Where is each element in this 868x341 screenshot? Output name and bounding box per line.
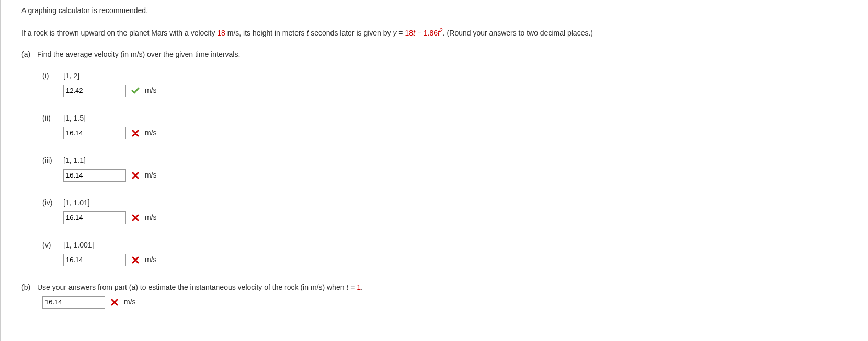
incorrect-icon [131,256,140,264]
subpart: (ii)[1, 1.5]m/s [42,113,847,139]
velocity-unit-text: m/s, its height in meters [225,29,307,37]
subpart-interval: [1, 1.5] [63,113,86,124]
subpart-interval: [1, 1.1] [63,155,86,166]
subpart-label: (iv) [42,197,63,208]
subpart-interval: [1, 1.001] [63,240,94,251]
part-b-unit: m/s [124,297,136,308]
answer-row: m/s [63,211,847,224]
answer-row: m/s [63,85,847,97]
answer-input[interactable] [63,254,126,266]
subpart-label: (v) [42,240,63,251]
after-t-text: seconds later is given by [309,29,393,37]
part-b-equals: = [348,283,357,291]
subpart-interval: [1, 2] [63,70,79,81]
problem-suffix: . (Round your answers to two decimal pla… [443,29,593,37]
term2-coef: 1.86 [424,29,438,37]
part-b-suffix: . [361,283,363,291]
problem-statement: If a rock is thrown upward on the planet… [21,27,847,39]
incorrect-icon [131,129,140,137]
subpart: (iii)[1, 1.1]m/s [42,155,847,182]
subpart-interval: [1, 1.01] [63,197,90,208]
part-b: (b) Use your answers from part (a) to es… [21,282,847,293]
answer-input[interactable] [63,85,126,97]
part-b-prefix: Use your answers from part (a) to estima… [37,283,346,291]
answer-input[interactable] [63,169,126,182]
subpart-label: (i) [42,70,63,81]
part-a: (a) Find the average velocity (in m/s) o… [21,49,847,60]
answer-row: m/s [63,127,847,139]
equals-text: = [396,29,405,37]
answer-input[interactable] [63,127,126,139]
subpart: (v)[1, 1.001]m/s [42,240,847,266]
answer-unit: m/s [145,212,157,223]
subpart-label: (ii) [42,113,63,124]
part-b-text: Use your answers from part (a) to estima… [37,282,847,293]
instruction-text: A graphing calculator is recommended. [21,5,847,16]
incorrect-icon [110,298,119,307]
part-b-label: (b) [21,282,37,293]
answer-unit: m/s [145,127,157,138]
answer-input[interactable] [63,211,126,224]
part-a-label: (a) [21,49,37,60]
term1-coef: 18 [405,29,413,37]
subpart: (iv)[1, 1.01]m/s [42,197,847,224]
subpart: (i)[1, 2]m/s [42,70,847,97]
subpart-label: (iii) [42,155,63,166]
correct-icon [131,87,140,95]
velocity-value: 18 [217,29,225,37]
answer-unit: m/s [145,254,157,265]
answer-row: m/s [63,169,847,182]
problem-prefix: If a rock is thrown upward on the planet… [21,29,217,37]
minus-sign: − [415,29,424,37]
part-b-tval: 1 [357,283,361,291]
part-b-answer-row: m/s [42,296,847,309]
part-b-answer-input[interactable] [42,296,105,309]
incorrect-icon [131,171,140,180]
answer-unit: m/s [145,85,157,96]
answer-row: m/s [63,254,847,266]
incorrect-icon [131,214,140,222]
answer-unit: m/s [145,170,157,181]
part-a-text: Find the average velocity (in m/s) over … [37,49,847,60]
